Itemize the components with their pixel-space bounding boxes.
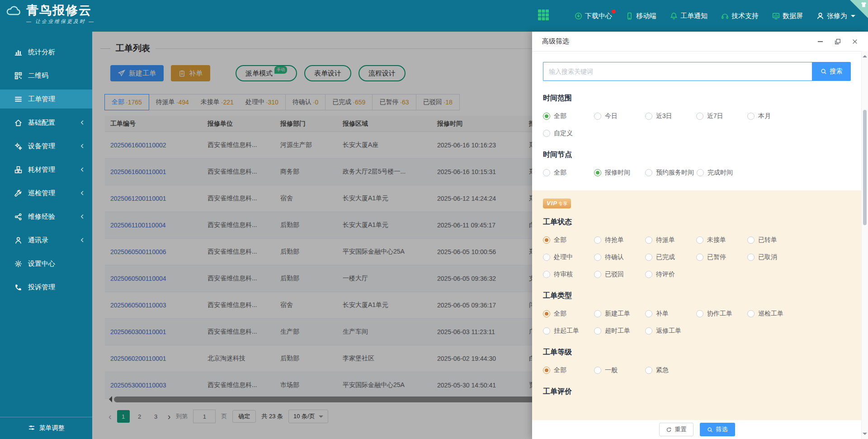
sidebar-item-通讯录[interactable]: 通讯录 (0, 231, 92, 250)
sidebar-item-二维码[interactable]: 二维码 (0, 66, 92, 85)
panel-scroll-thumb[interactable] (863, 110, 867, 225)
top-nav-item[interactable]: 技术支持 (721, 12, 759, 20)
close-icon[interactable] (852, 38, 858, 45)
top-nav-item[interactable]: 数据屏 (772, 12, 803, 20)
filter-option-已暂停[interactable]: 已暂停 (696, 253, 745, 261)
sidebar-item-耗材管理[interactable]: 耗材管理 (0, 160, 92, 179)
filter-option-挂起工单[interactable]: 挂起工单 (543, 327, 591, 335)
filter-option-待评价[interactable]: 待评价 (645, 270, 693, 279)
search-button[interactable]: 搜索 (812, 62, 851, 81)
sidebar-item-统计分析[interactable]: 统计分析 (0, 42, 92, 61)
filter-option-全部[interactable]: 全部 (543, 169, 591, 177)
apps-grid-icon[interactable] (538, 9, 549, 23)
filter-option-已完成[interactable]: 已完成 (645, 253, 693, 261)
radio-unchecked[interactable] (747, 236, 755, 244)
radio-checked[interactable] (543, 236, 550, 244)
filter-option-本月[interactable]: 本月 (747, 112, 796, 120)
panel-scrollbar[interactable] (861, 51, 868, 439)
panel-body: 搜索 时间范围全部今日近3日近7日本月自定义时间节点全部报修时间预约服务时间完成… (532, 51, 862, 439)
top-nav-item[interactable]: 工单通知 (670, 12, 708, 20)
radio-unchecked[interactable] (543, 271, 550, 278)
radio-unchecked[interactable] (645, 254, 652, 261)
sidebar-item-投诉管理[interactable]: 投诉管理 (0, 278, 92, 297)
apply-filter-button[interactable]: 筛选 (700, 423, 735, 436)
radio-unchecked[interactable] (594, 113, 601, 120)
filter-option-完成时间[interactable]: 完成时间 (697, 169, 745, 177)
search-input[interactable] (543, 62, 812, 81)
radio-unchecked[interactable] (696, 113, 703, 120)
minimize-icon[interactable] (817, 38, 824, 45)
radio-unchecked[interactable] (594, 327, 601, 335)
filter-option-已取消[interactable]: 已取消 (747, 253, 796, 261)
radio-checked[interactable] (594, 169, 601, 176)
filter-option-巡检工单[interactable]: 巡检工单 (747, 310, 796, 318)
sidebar-item-设备管理[interactable]: 设备管理 (0, 137, 92, 156)
radio-unchecked[interactable] (543, 327, 550, 335)
radio-unchecked[interactable] (645, 367, 652, 374)
radio-unchecked[interactable] (543, 254, 550, 261)
filter-option-紧急[interactable]: 紧急 (645, 366, 693, 374)
filter-option-补单[interactable]: 补单 (645, 310, 693, 318)
filter-option-近7日[interactable]: 近7日 (696, 112, 745, 120)
filter-option-近3日[interactable]: 近3日 (645, 112, 693, 120)
restore-icon[interactable] (835, 38, 841, 45)
filter-option-全部[interactable]: 全部 (543, 310, 591, 318)
filter-option-待审核[interactable]: 待审核 (543, 270, 591, 279)
filter-option-处理中[interactable]: 处理中 (543, 253, 591, 261)
radio-unchecked[interactable] (645, 310, 652, 317)
top-nav-item[interactable]: 下载中心 (575, 12, 612, 20)
radio-unchecked[interactable] (594, 254, 601, 261)
scroll-up-arrow-icon[interactable] (863, 53, 867, 57)
filter-option-待确认[interactable]: 待确认 (594, 253, 642, 261)
filter-option-全部[interactable]: 全部 (543, 112, 591, 120)
radio-checked[interactable] (543, 367, 550, 374)
filter-option-全部[interactable]: 全部 (543, 366, 591, 374)
filter-option-自定义[interactable]: 自定义 (543, 129, 591, 137)
filter-option-已驳回[interactable]: 已驳回 (594, 270, 642, 279)
radio-unchecked[interactable] (645, 327, 652, 335)
sidebar-item-设置中心[interactable]: 设置中心 (0, 254, 92, 273)
radio-unchecked[interactable] (696, 254, 703, 261)
filter-option-报修时间[interactable]: 报修时间 (594, 169, 642, 177)
radio-unchecked[interactable] (594, 367, 601, 374)
radio-unchecked[interactable] (747, 310, 755, 317)
radio-unchecked[interactable] (747, 254, 755, 261)
radio-unchecked[interactable] (594, 236, 601, 244)
filter-option-预约服务时间[interactable]: 预约服务时间 (645, 169, 694, 177)
sidebar-item-巡检管理[interactable]: 巡检管理 (0, 184, 92, 203)
filter-option-超时工单[interactable]: 超时工单 (594, 327, 642, 335)
radio-unchecked[interactable] (697, 169, 704, 176)
radio-unchecked[interactable] (645, 113, 652, 120)
radio-unchecked[interactable] (594, 271, 601, 278)
radio-unchecked[interactable] (645, 169, 652, 176)
top-nav-item[interactable]: 移动端 (626, 12, 656, 20)
filter-option-已转单[interactable]: 已转单 (747, 236, 796, 244)
radio-unchecked[interactable] (696, 236, 703, 244)
qrcode-icon (14, 72, 22, 80)
filter-option-全部[interactable]: 全部 (543, 236, 591, 244)
radio-unchecked[interactable] (594, 310, 601, 317)
radio-unchecked[interactable] (543, 169, 550, 176)
sidebar-menu-adjust[interactable]: 菜单调整 (0, 417, 92, 439)
radio-unchecked[interactable] (645, 271, 652, 278)
sidebar-item-维修经验[interactable]: 维修经验 (0, 207, 92, 226)
radio-unchecked[interactable] (543, 130, 550, 137)
filter-option-未接单[interactable]: 未接单 (696, 236, 745, 244)
filter-option-今日[interactable]: 今日 (594, 112, 642, 120)
option-label: 已取消 (758, 253, 777, 261)
sidebar-item-工单管理[interactable]: 工单管理 (0, 90, 92, 109)
scroll-down-arrow-icon[interactable] (863, 433, 867, 437)
radio-unchecked[interactable] (747, 113, 755, 120)
radio-unchecked[interactable] (696, 310, 703, 317)
filter-option-返修工单[interactable]: 返修工单 (645, 327, 693, 335)
filter-option-协作工单[interactable]: 协作工单 (696, 310, 745, 318)
sidebar-item-基础配置[interactable]: 基础配置 (0, 113, 92, 132)
filter-option-待抢单[interactable]: 待抢单 (594, 236, 642, 244)
reset-button[interactable]: 重置 (659, 423, 693, 436)
radio-unchecked[interactable] (645, 236, 652, 244)
radio-checked[interactable] (543, 310, 550, 317)
filter-option-待派单[interactable]: 待派单 (645, 236, 693, 244)
filter-option-一般[interactable]: 一般 (594, 366, 642, 374)
filter-option-新建工单[interactable]: 新建工单 (594, 310, 642, 318)
radio-checked[interactable] (543, 113, 550, 120)
